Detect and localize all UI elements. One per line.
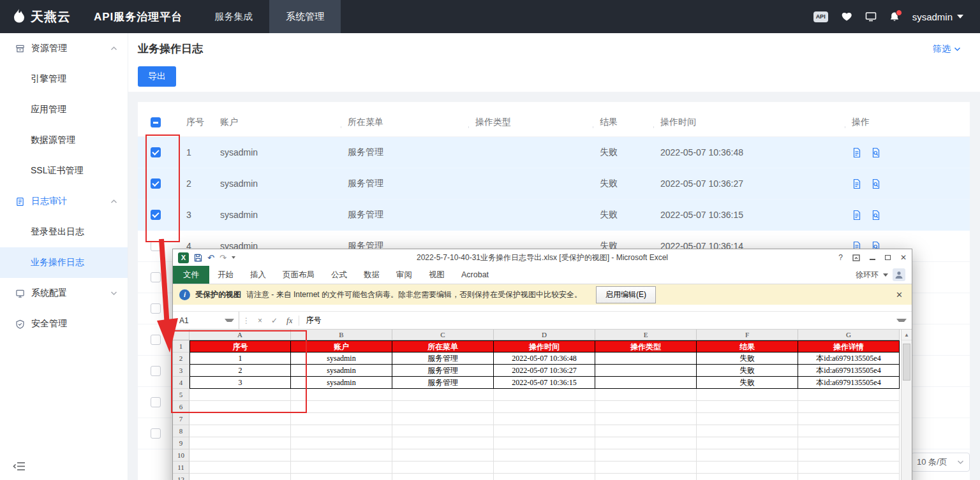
cell[interactable] xyxy=(189,437,291,449)
cell[interactable] xyxy=(494,462,595,474)
column-header[interactable]: D xyxy=(494,330,595,340)
cell[interactable]: 操作详情 xyxy=(798,340,900,353)
cell[interactable]: 结果 xyxy=(697,340,798,353)
excel-titlebar[interactable]: ↶ ↷ 2022-5-7-10-40-31业务操作日志导出.xlsx [受保护的… xyxy=(173,249,912,266)
cell[interactable] xyxy=(392,425,494,437)
nav-menu-item[interactable]: 服务集成 xyxy=(198,0,269,33)
row-checkbox[interactable] xyxy=(151,428,161,439)
cell[interactable] xyxy=(494,437,595,449)
cell[interactable] xyxy=(494,413,595,425)
cell[interactable] xyxy=(798,474,900,480)
select-all-checkbox[interactable] xyxy=(151,117,161,127)
cell[interactable] xyxy=(595,413,697,425)
undo-icon[interactable]: ↶ xyxy=(207,254,214,262)
cell[interactable] xyxy=(189,474,291,480)
ribbon-options-icon[interactable] xyxy=(852,254,860,261)
sidebar-item[interactable]: SSL证书管理 xyxy=(0,156,128,186)
close-icon[interactable]: ✕ xyxy=(893,290,905,300)
row-header[interactable]: 11 xyxy=(173,462,189,474)
cell[interactable] xyxy=(697,413,798,425)
export-button[interactable]: 导出 xyxy=(138,66,176,87)
api-badge-icon[interactable]: API xyxy=(813,11,828,22)
cell[interactable] xyxy=(798,437,900,449)
ribbon-tab[interactable]: Acrobat xyxy=(453,266,497,284)
ribbon-tab[interactable]: 视图 xyxy=(420,266,453,284)
cell[interactable] xyxy=(494,401,595,413)
cell[interactable]: 失败 xyxy=(697,365,798,377)
cell[interactable] xyxy=(291,449,392,462)
cell[interactable] xyxy=(595,365,697,377)
customize-toolbar-caret-icon[interactable] xyxy=(232,256,235,259)
cell[interactable] xyxy=(291,425,392,437)
cell[interactable]: 本id:a6979135505e4 xyxy=(798,377,900,389)
scroll-up-icon[interactable]: ▲ xyxy=(902,330,912,340)
cell[interactable] xyxy=(697,401,798,413)
column-header[interactable]: F xyxy=(697,330,798,340)
ribbon-tab[interactable]: 公式 xyxy=(323,266,355,284)
column-header[interactable]: E xyxy=(595,330,697,340)
row-header[interactable]: 8 xyxy=(173,425,189,437)
insert-function-icon[interactable]: fx xyxy=(282,316,299,326)
health-icon[interactable] xyxy=(841,11,852,22)
cell[interactable]: 服务管理 xyxy=(392,377,494,389)
cell[interactable] xyxy=(392,401,494,413)
account-menu[interactable]: 徐环环 xyxy=(856,266,912,284)
cell[interactable] xyxy=(494,449,595,462)
cell[interactable] xyxy=(392,437,494,449)
cell[interactable] xyxy=(494,389,595,401)
redo-icon[interactable]: ↷ xyxy=(219,254,226,262)
cell[interactable] xyxy=(798,413,900,425)
column-header[interactable]: C xyxy=(392,330,494,340)
cell[interactable]: 2022-05-07 10:36:27 xyxy=(494,365,595,377)
cell[interactable] xyxy=(697,462,798,474)
save-icon[interactable] xyxy=(194,254,202,262)
cell[interactable] xyxy=(392,462,494,474)
cell[interactable] xyxy=(697,449,798,462)
sidebar-item[interactable]: 登录登出日志 xyxy=(0,217,128,247)
row-header[interactable]: 10 xyxy=(173,449,189,462)
log-view-icon[interactable] xyxy=(871,210,881,221)
cell[interactable] xyxy=(595,389,697,401)
cell[interactable] xyxy=(697,425,798,437)
cell[interactable] xyxy=(291,437,392,449)
user-menu[interactable]: sysadmin xyxy=(912,11,963,22)
cell[interactable] xyxy=(392,474,494,480)
cell[interactable] xyxy=(798,462,900,474)
cell[interactable] xyxy=(798,449,900,462)
sidebar-item[interactable]: 数据源管理 xyxy=(0,125,128,156)
cell[interactable] xyxy=(595,401,697,413)
page-size-select[interactable]: 10 条/页 xyxy=(911,453,970,472)
sidebar-group[interactable]: 日志审计 xyxy=(0,186,128,217)
cell[interactable] xyxy=(392,389,494,401)
enable-editing-button[interactable]: 启用编辑(E) xyxy=(596,286,656,303)
row-header[interactable]: 7 xyxy=(173,413,189,425)
cell[interactable] xyxy=(798,425,900,437)
row-header[interactable]: 12 xyxy=(173,474,189,480)
nav-menu-item[interactable]: 系统管理 xyxy=(269,0,341,33)
cell[interactable]: 2022-05-07 10:36:48 xyxy=(494,353,595,365)
cell[interactable] xyxy=(595,377,697,389)
row-header[interactable]: 9 xyxy=(173,437,189,449)
filter-toggle[interactable]: 筛选 xyxy=(933,43,961,55)
cell[interactable] xyxy=(595,425,697,437)
vertical-scrollbar[interactable]: ▲ xyxy=(901,330,912,480)
cell[interactable]: 失败 xyxy=(697,377,798,389)
sidebar-collapse-icon[interactable] xyxy=(13,462,26,471)
log-view-icon[interactable] xyxy=(871,178,881,189)
cell[interactable] xyxy=(494,425,595,437)
screen-icon[interactable] xyxy=(865,11,877,22)
sidebar-group[interactable]: 系统配置 xyxy=(0,278,128,309)
cell[interactable]: 本id:a6979135505e4 xyxy=(798,365,900,377)
log-detail-icon[interactable] xyxy=(852,210,862,221)
cell[interactable] xyxy=(595,474,697,480)
cell[interactable] xyxy=(291,474,392,480)
ribbon-tab[interactable]: 页面布局 xyxy=(274,266,323,284)
formula-expand-icon[interactable] xyxy=(896,319,907,322)
cell[interactable] xyxy=(189,425,291,437)
cell[interactable] xyxy=(189,413,291,425)
help-icon[interactable]: ? xyxy=(838,254,843,261)
sidebar-group[interactable]: 安全管理 xyxy=(0,309,128,339)
minimize-icon[interactable] xyxy=(870,254,875,261)
sidebar-group[interactable]: 资源管理 xyxy=(0,33,128,64)
cell[interactable] xyxy=(595,462,697,474)
